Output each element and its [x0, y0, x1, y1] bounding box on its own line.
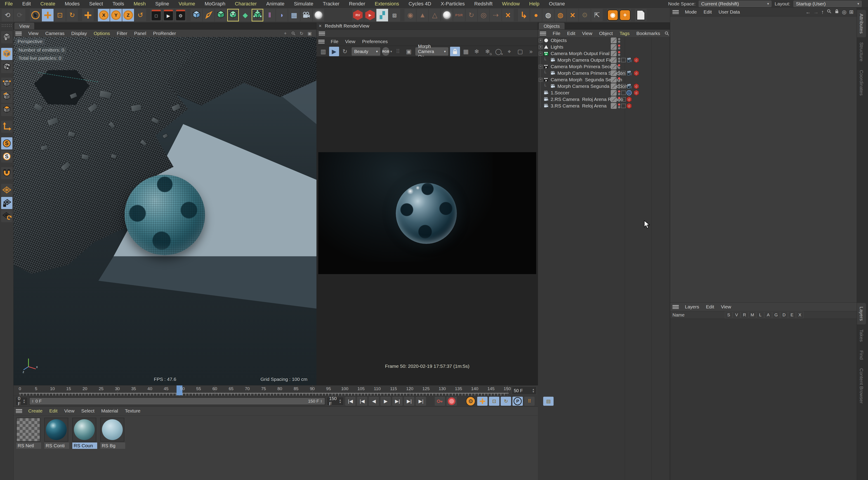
axis-cursor-icon[interactable]: ⇱ — [591, 8, 603, 22]
material-label[interactable]: RS Conti — [44, 443, 69, 449]
focus-icon[interactable]: ⌖ — [504, 47, 514, 56]
enable-dot-bottom[interactable] — [618, 60, 620, 63]
materials-menu-texture[interactable]: Texture — [121, 408, 144, 414]
enable-dot-top[interactable] — [618, 84, 620, 86]
light-icon[interactable] — [312, 8, 324, 22]
cloner-icon[interactable]: ◉ — [404, 8, 416, 22]
enable-dot-bottom[interactable] — [618, 87, 620, 89]
object-row[interactable]: └Morph Camera Primera Seccion — [538, 70, 670, 76]
target-light-icon[interactable] — [441, 8, 453, 22]
axis-mode-icon[interactable] — [1, 121, 12, 133]
materials-menu-select[interactable]: Select — [78, 408, 98, 414]
current-frame-field[interactable]: 50 F▲▼ — [512, 386, 537, 395]
menu-file[interactable]: File — [0, 1, 18, 7]
undo-icon[interactable]: ⟲ — [1, 8, 13, 22]
polygon-mode-icon[interactable] — [1, 104, 12, 116]
powerslider-mode-button[interactable]: ▤ — [543, 397, 554, 406]
editor-enable-toggle[interactable] — [611, 103, 617, 109]
menu-select[interactable]: Select — [84, 1, 107, 7]
layout-select[interactable]: Startup (User)▾ — [794, 1, 862, 7]
editor-enable-toggle[interactable] — [611, 90, 617, 96]
redshift-camera-tag-icon[interactable] — [633, 57, 639, 63]
generator-icon[interactable] — [227, 8, 239, 22]
viewport-menu-prorender[interactable]: ProRender — [150, 31, 180, 36]
viewport-scene[interactable]: Perspective Number of emitters: 0 Total … — [13, 37, 316, 385]
renderview-menu-preferences[interactable]: Preferences — [359, 39, 391, 44]
materials-menu-edit[interactable]: Edit — [46, 408, 61, 414]
materials-menu-material[interactable]: Material — [98, 408, 122, 414]
viewport-menu-options[interactable]: Options — [90, 31, 113, 36]
tab-objects[interactable]: Objects — [539, 23, 564, 29]
hamburger-icon[interactable] — [673, 305, 679, 309]
rotate-view-icon[interactable]: ↻ — [299, 31, 305, 36]
objects-menu-object[interactable]: Object — [596, 31, 616, 36]
objects-menu-tags[interactable]: Tags — [616, 31, 633, 36]
hamburger-icon[interactable] — [540, 32, 546, 35]
objects-menu-edit[interactable]: Edit — [564, 31, 579, 36]
material-thumbnail[interactable] — [100, 418, 124, 442]
region-circle-icon[interactable]: ◯▾ — [493, 47, 503, 56]
matrix-icon[interactable]: ▲ — [416, 8, 429, 22]
edge-mode-icon[interactable] — [1, 91, 12, 103]
freeze-icon[interactable]: ❄ — [472, 47, 482, 56]
goto-end-button[interactable]: ▶| — [416, 397, 426, 406]
zoom-view-icon[interactable] — [290, 31, 296, 36]
enable-dot-top[interactable] — [618, 71, 620, 73]
tab-coordinates[interactable]: Coordinates — [857, 66, 866, 99]
psr-icon[interactable]: PSR — [453, 8, 465, 22]
render-picture-viewer-icon[interactable]: ▶ — [162, 8, 175, 22]
spinner-icon[interactable]: ▲▼ — [532, 388, 535, 393]
layers-menu-layers[interactable]: Layers — [682, 304, 703, 310]
redshift-camera-tag-icon[interactable] — [633, 83, 639, 89]
snap-settings-icon[interactable]: S — [1, 150, 12, 163]
clapper-plugin-icon[interactable]: ▞ — [376, 8, 388, 22]
spinner-icon[interactable]: ▲▼ — [23, 399, 25, 404]
axis-edit-icon[interactable]: ↳ — [518, 8, 530, 22]
menu-cycles-4d[interactable]: Cycles 4D — [404, 1, 436, 7]
last-tool-icon[interactable] — [82, 8, 94, 22]
material-thumbnail[interactable] — [16, 418, 40, 442]
material-label[interactable]: RS Bg — [100, 443, 125, 449]
model-mode-icon[interactable] — [1, 48, 12, 60]
tab-attributes[interactable]: Attributes — [857, 10, 866, 37]
range-left-grip[interactable]: ‖ — [32, 399, 35, 404]
menu-mesh[interactable]: Mesh — [129, 1, 151, 7]
menu-help[interactable]: Help — [524, 1, 544, 7]
volume-builder-icon[interactable] — [251, 8, 264, 22]
snapshot-icon[interactable]: ▥ — [318, 47, 328, 56]
object-row[interactable]: +Objects — [538, 37, 670, 43]
autokey-record-button[interactable] — [446, 397, 457, 406]
lock-z-axis-icon[interactable]: Z — [122, 8, 134, 22]
object-name[interactable]: Morph Camera Output Final — [557, 57, 616, 63]
axis-to-surface-icon[interactable]: ◍ — [542, 8, 554, 22]
editor-enable-toggle[interactable] — [611, 83, 617, 89]
material-item[interactable]: RS Bg — [100, 418, 125, 449]
object-row[interactable]: −Camera Morph Primera Seccion — [538, 63, 670, 70]
bucket-grid-icon[interactable]: ▦ — [461, 47, 471, 56]
redshift-camera-tag-icon[interactable] — [626, 96, 632, 102]
viewport-menu-cameras[interactable]: Cameras — [42, 31, 68, 36]
render-settings-icon[interactable]: ⚙ — [175, 8, 187, 22]
panel-drag-handle[interactable] — [2, 24, 12, 27]
object-row[interactable]: └Morph Camera Segunda Seccion — [538, 83, 670, 90]
attributes-menu-user-data[interactable]: User Data — [715, 9, 743, 15]
editor-enable-toggle[interactable] — [611, 44, 617, 50]
axis-to-center-icon[interactable]: ◍ — [554, 8, 566, 22]
spinner-icon[interactable]: ▲▼ — [339, 399, 341, 404]
expander-icon[interactable]: − — [539, 52, 542, 56]
attributes-menu-edit[interactable]: Edit — [700, 9, 715, 15]
menu-mograph[interactable]: MoGraph — [200, 1, 230, 7]
next-key-button[interactable]: ▶| — [404, 397, 414, 406]
redshift-camera-tag-icon[interactable] — [626, 103, 632, 109]
lock-icon[interactable] — [834, 9, 839, 15]
tab-takes[interactable]: Takes — [857, 326, 866, 345]
redshift-camera-tag-icon[interactable] — [633, 90, 639, 96]
search-icon[interactable] — [664, 31, 670, 36]
timeline-ruler[interactable]: 0510152025303540455055606570758085909510… — [13, 385, 515, 396]
object-row[interactable]: 1.Soccer — [538, 90, 670, 96]
parent-object-icon[interactable]: ↑ — [821, 9, 824, 15]
xyz-transfer-icon[interactable]: ⇢ — [490, 8, 502, 22]
expander-icon[interactable]: + — [539, 39, 542, 42]
toggle-view-icon[interactable]: ▣ — [307, 31, 313, 36]
tab-content-browser[interactable]: Content Browser — [857, 365, 866, 407]
